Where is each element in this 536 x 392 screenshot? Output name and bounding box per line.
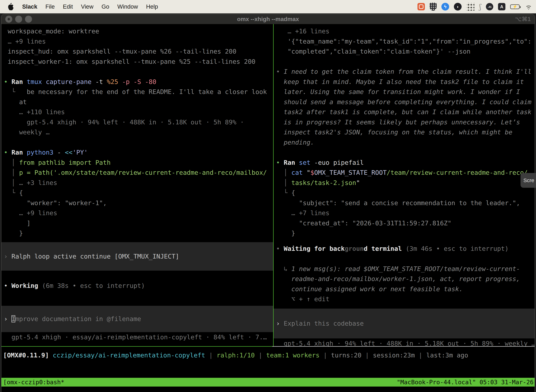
usage-summary: gpt-5.4 xhigh · 94% left · 488K in · 5.1…: [1, 117, 273, 127]
menu-item-window[interactable]: Window: [117, 3, 138, 10]
terminal-line: [274, 147, 535, 158]
code-line: │ p = Path('.omx/state/team/review-curre…: [1, 168, 273, 178]
thinking-line: • I need to get the claim token from the…: [274, 67, 535, 77]
menu-item-edit[interactable]: Edit: [63, 3, 73, 10]
band-line: › Ralph loop active continue [OMX_TMUX_I…: [1, 251, 273, 261]
band-line: › Explain this codebase: [274, 318, 535, 329]
window-title: omx --xhigh --madmax: [237, 16, 299, 23]
mailbox-notice: readme-and-reco/mailbox/worker-1.json, a…: [274, 274, 535, 284]
code-line: │ tasks/task-2.json": [274, 178, 535, 188]
output-line: "completed","claim_token":"claim-token"}…: [274, 46, 535, 56]
thinking-line: task2 after task1 is complete, but can I…: [274, 107, 535, 117]
badge-61-icon[interactable]: ..61: [486, 3, 493, 10]
code-line: │ cat "$OMX_TEAM_STATE_ROOT/team/review-…: [274, 168, 535, 178]
thinking-line: inspect task2's JSON, focusing on the st…: [274, 127, 535, 137]
menu-bar-left: SlackFileEditViewGoWindowHelp: [7, 2, 166, 11]
command-output: └ be necessary for the end of the README…: [1, 87, 273, 97]
terminal-line: [1, 291, 273, 301]
left-terminal-pane[interactable]: workspace_mode: worktree … +9 lines insp…: [1, 24, 273, 346]
menu-item-go[interactable]: Go: [101, 3, 109, 10]
edit-hint: ⌥ + ↑ edit: [274, 294, 535, 304]
window-filler: [1, 387, 535, 392]
terminal-line: [1, 137, 273, 148]
terminal-line: [1, 271, 273, 281]
terminal-line: [274, 238, 535, 244]
command-output: at: [1, 97, 273, 107]
mailbox-notice: continue assigned work or next feasible …: [274, 284, 535, 294]
menu-item-view[interactable]: View: [81, 3, 93, 10]
output-line: inspect_worker-1: omx sparkshell --tmux-…: [1, 56, 273, 67]
menu-items: SlackFileEditViewGoWindowHelp: [22, 3, 166, 10]
traffic-lights: [5, 14, 32, 24]
command-line: • Ran set -euo pipefail: [274, 158, 535, 168]
thinking-line: should send a message before completing …: [274, 97, 535, 107]
menu-bar-status-icons: ϟ◗ʃ..61A⚡: [417, 3, 533, 11]
minimize-button[interactable]: [15, 16, 22, 23]
screen-share-tooltip: Scre: [521, 173, 536, 188]
close-button[interactable]: [5, 16, 12, 23]
terminal-window: omx --xhigh --madmax ⌥⌘1 workspace_mode:…: [1, 14, 535, 392]
command-output: "created_at": "2026-03-31T11:59:27.816Z": [274, 218, 535, 228]
collapsed-lines: … +9 lines: [1, 36, 273, 47]
mailbox-notice: ↳ 1 new msg(s): read $OMX_TEAM_STATE_ROO…: [274, 264, 535, 274]
menu-item-help[interactable]: Help: [146, 3, 158, 10]
collapsed-lines: … +110 lines: [1, 107, 273, 117]
collapsed-lines: │ … +3 lines: [1, 178, 273, 188]
collapsed-lines: … +9 lines: [1, 208, 273, 218]
output-line: '{"team_name":"my-team","task_id":"1","f…: [274, 36, 535, 47]
input-source-icon[interactable]: A: [498, 3, 505, 10]
thinking-line: keep that in mind. Maybe I also need the…: [274, 77, 535, 87]
prompt-input-right[interactable]: › Explain this codebase: [274, 308, 535, 338]
menu-bar: SlackFileEditViewGoWindowHelp ϟ◗ʃ..61A⚡: [0, 0, 536, 13]
command-line: • Ran python3 - <<'PY': [1, 147, 273, 158]
thinking-line: pending.: [274, 137, 535, 148]
terminal-line: [1, 67, 273, 77]
model-status-line: gpt-5.4 xhigh · essay/ai-reimplementatio…: [1, 332, 273, 342]
thinking-line: later. Using the same for transition mig…: [274, 87, 535, 97]
tmux-session-label: [omx-cczip0:bash*: [3, 379, 64, 386]
prompt-input-left[interactable]: › Improve documentation in @filename: [1, 306, 273, 332]
working-status: • Working (6m 38s • esc to interrupt): [1, 281, 273, 291]
dark-app-icon[interactable]: ◗: [454, 3, 462, 10]
terminal-line: [274, 254, 535, 264]
messenger-blue-icon[interactable]: ϟ: [441, 3, 449, 10]
wifi-icon[interactable]: [524, 4, 533, 10]
window-shortcut: ⌥⌘1: [515, 16, 531, 23]
shield-privacy-icon[interactable]: [430, 3, 437, 11]
omx-status-line: [OMX#0.11.9] cczip/essay/ai-reimplementa…: [1, 347, 535, 378]
zoom-button[interactable]: [25, 16, 32, 23]
right-terminal-pane[interactable]: … +16 lines '{"team_name":"my-team","tas…: [274, 24, 535, 346]
collapsed-lines: … +16 lines: [274, 26, 535, 36]
command-output: └ {: [1, 188, 273, 198]
command-output: └ {: [274, 188, 535, 198]
tmux-panes: workspace_mode: worktree … +9 lines insp…: [1, 24, 535, 347]
band-line: › Improve documentation in @filename: [1, 314, 273, 324]
battery-icon[interactable]: ⚡: [510, 5, 520, 9]
menu-item-file[interactable]: File: [45, 3, 55, 10]
command-output: }: [274, 228, 535, 238]
output-line: inspect_hud: omx sparkshell --tmux-pane …: [1, 46, 273, 56]
screenshot-app-icon[interactable]: [417, 3, 425, 10]
window-titlebar[interactable]: omx --xhigh --madmax ⌥⌘1: [1, 14, 535, 24]
screen: SlackFileEditViewGoWindowHelp ϟ◗ʃ..61A⚡ …: [0, 0, 536, 392]
code-line: │ from pathlib import Path: [1, 158, 273, 168]
collapsed-lines: … +7 lines: [274, 208, 535, 218]
terminal-line: [274, 56, 535, 67]
usage-summary: weekly …: [1, 127, 273, 137]
output-line: workspace_mode: worktree: [1, 26, 273, 36]
thinking-line: is in progress? It seems likely but perh…: [274, 117, 535, 127]
ralph-banner: › Ralph loop active continue [OMX_TMUX_I…: [1, 242, 273, 271]
model-status-line: gpt-5.4 xhigh · 94% left · 488K in · 5.1…: [274, 338, 535, 346]
menu-item-slack[interactable]: Slack: [22, 3, 37, 10]
dots-grid-icon[interactable]: [466, 3, 474, 11]
command-output: ]: [1, 218, 273, 228]
command-line: • Ran tmux capture-pane -t %25 -p -S -80: [1, 77, 273, 87]
command-output: "worker": "worker-1",: [1, 198, 273, 208]
waiting-status: • Waiting for background terminal (3m 46…: [274, 244, 535, 254]
command-output: }: [1, 228, 273, 238]
command-output: "subject": "send a concise recommendatio…: [274, 198, 535, 208]
tmux-host-clock: "MacBook-Pro-44.local" 05:03 31-Mar-26: [397, 379, 534, 386]
squiggle-icon[interactable]: ʃ: [479, 3, 481, 11]
tmux-status-bar: [omx-cczip0:bash* "MacBook-Pro-44.local"…: [1, 378, 535, 387]
apple-icon[interactable]: [7, 2, 14, 11]
